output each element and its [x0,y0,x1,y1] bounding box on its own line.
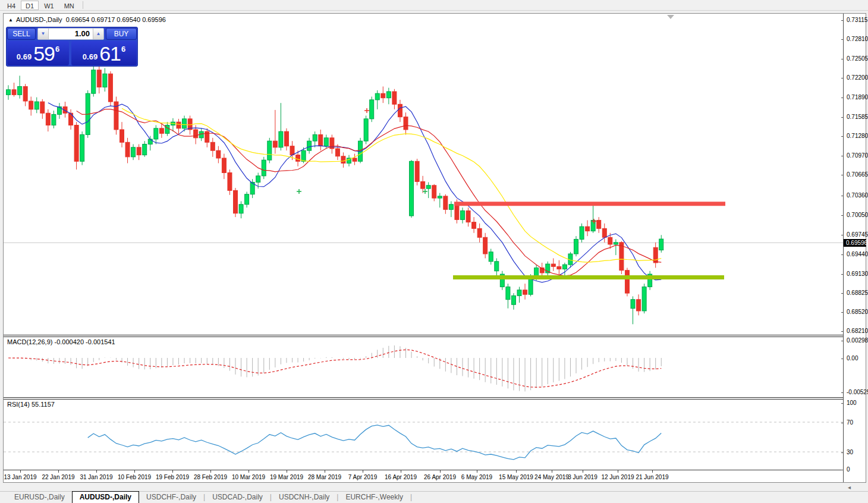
price-axis-label: 0.70665 [847,171,868,178]
sell-price-pipette: 6 [55,45,59,54]
date-tick [477,470,477,473]
price-axis: 0.69596 0.731150.728100.725050.722000.71… [843,14,866,482]
price-axis-label: 0.68520 [847,309,868,315]
chart-title: ▲AUDUSD-,Daily 0.69654 0.69717 0.69540 0… [8,16,166,23]
date-tick [287,470,287,473]
timeframe-button-d1[interactable]: D1 [21,1,39,10]
date-axis-label[interactable]: 12 Jun 2019 [601,474,634,480]
price-axis-label: 0.72200 [847,74,868,81]
macd-axis-label: 0.002984 [847,337,868,344]
date-axis-label[interactable]: 13 Jan 2019 [4,474,36,480]
date-axis-label[interactable]: 10 Feb 2019 [118,474,151,480]
price-axis-label: 0.71585 [847,114,868,120]
axis-tick [841,423,844,423]
rsi-axis-label: 70 [847,419,853,426]
date-tick [401,470,401,473]
current-price-tag: 0.69596 [844,239,866,247]
date-axis-label[interactable]: 16 Apr 2019 [385,474,417,480]
axis-tick [841,470,844,470]
price-axis-label: 0.69130 [847,271,868,277]
axis-tick [841,59,844,59]
chart-tab-usdcad[interactable]: USDCAD-,Daily [205,492,270,503]
timeframe-button-w1[interactable]: W1 [39,1,59,10]
macd-axis-label: -0.005256 [847,389,868,395]
date-axis-label[interactable]: 24 May 2019 [534,474,569,480]
macd-chart-canvas[interactable] [4,337,843,397]
buy-price-big: 61 [99,43,121,64]
sell-button[interactable]: SELL [7,28,36,40]
date-axis-label[interactable]: 26 Apr 2019 [424,474,456,480]
date-tick [96,470,97,473]
sell-price-display[interactable]: 0.69596 [7,41,69,65]
date-tick [20,470,21,473]
axis-tick [841,392,844,393]
chart-tab-eurchf[interactable]: EURCHF-,Weekly [338,492,410,503]
date-tick [363,470,363,473]
axis-tick [841,341,844,341]
buy-price-prefix: 0.69 [83,52,98,61]
date-axis-label[interactable]: 7 Apr 2019 [348,474,377,480]
date-tick [552,470,552,473]
axis-tick [841,196,844,196]
axis-tick [841,117,844,118]
timeframe-button-mn[interactable]: MN [59,1,79,10]
axis-tick [841,98,844,98]
date-axis-label[interactable]: 28 Feb 2019 [194,474,227,480]
toolbar-separator [83,1,83,9]
axis-tick [841,312,844,313]
date-axis-label[interactable]: 21 Jun 2019 [636,474,668,480]
rsi-chart-canvas[interactable] [4,400,843,470]
axis-tick [841,293,844,294]
pane-separator[interactable] [4,335,866,337]
date-tick [618,470,618,473]
date-tick [325,470,325,473]
date-axis-label[interactable]: 19 Mar 2019 [270,474,303,480]
date-axis-label[interactable]: 6 May 2019 [461,474,492,480]
axis-tick [841,331,844,332]
price-axis-label: 0.72505 [847,55,868,62]
date-axis-label[interactable]: 19 Feb 2019 [156,474,189,480]
volume-increase-button[interactable]: ▲ [93,29,103,39]
chart-tab-usdchf[interactable]: USDCHF-,Daily [139,492,203,503]
axis-tick [841,156,844,156]
chart-window: ▲AUDUSD-,Daily 0.69654 0.69717 0.69540 0… [3,13,866,483]
date-axis-label[interactable]: 15 May 2019 [499,474,533,480]
scroll-to-end-marker[interactable] [667,15,674,19]
chart-tab-usdcnh[interactable]: USDCNH-,Daily [272,492,336,503]
chart-tab-bar: EURUSD-,DailyAUDUSD-,DailyUSDCHF-,Daily|… [0,491,868,503]
date-tick [440,470,441,473]
axis-tick [841,452,844,453]
chart-tab-eurusd[interactable]: EURUSD-,Daily [7,492,72,503]
volume-decrease-button[interactable]: ▼ [38,29,48,39]
axis-tick [841,254,844,255]
tab-separator: | [410,493,412,503]
axis-tick [841,175,844,175]
rsi-indicator-label: RSI(14) 55.1157 [7,401,55,408]
timeframe-button-h4[interactable]: H4 [2,1,20,10]
volume-input[interactable]: 1.00 [48,29,93,39]
chart-tab-audusd[interactable]: AUDUSD-,Daily [72,491,139,503]
buy-price-display[interactable]: 0.69616 [71,41,137,65]
date-tick [583,470,583,473]
chart-plot-area[interactable]: ▲AUDUSD-,Daily 0.69654 0.69717 0.69540 0… [4,14,843,482]
one-click-trade-panel: SELL ▼ 1.00 ▲ BUY 0.69596 0.69616 [6,27,138,67]
axis-tick [841,20,844,21]
price-axis-label: 0.71890 [847,94,868,100]
date-axis-label[interactable]: 3 Jun 2019 [568,474,597,480]
axis-tick [841,274,844,275]
price-axis-label: 0.71280 [847,133,868,139]
date-tick [134,470,135,473]
rsi-axis-label: 100 [847,400,857,406]
axis-tick [841,136,844,137]
date-axis-label[interactable]: 28 Mar 2019 [308,474,341,480]
buy-button[interactable]: BUY [106,28,137,40]
date-axis-label[interactable]: 22 Jan 2019 [42,474,74,480]
date-tick [516,470,517,473]
date-axis-label[interactable]: 31 Jan 2019 [80,474,112,480]
date-tick [210,470,211,473]
price-axis-label: 0.70050 [847,212,868,218]
date-axis-label[interactable]: 10 Mar 2019 [232,474,265,480]
pane-separator[interactable] [4,397,866,400]
axis-tick [841,359,844,359]
collapse-arrow-icon[interactable]: ▲ [8,17,13,23]
